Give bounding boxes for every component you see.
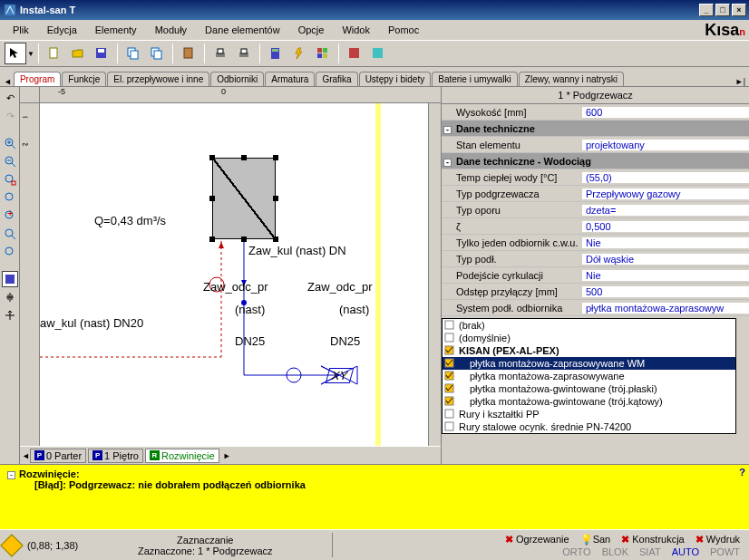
- prop-row-6[interactable]: Typ oporudzeta=: [442, 202, 749, 218]
- menu-moduly[interactable]: Moduły: [146, 23, 196, 37]
- app-icon: [3, 3, 17, 17]
- open-button[interactable]: [67, 43, 89, 64]
- pan-button[interactable]: [2, 289, 18, 305]
- dropdown-item-8[interactable]: Rury stalowe ocynk. średnie PN-74200: [443, 420, 735, 433]
- tab-armatura[interactable]: Armatura: [265, 72, 315, 86]
- tool-b[interactable]: [367, 43, 389, 64]
- menu-opcje[interactable]: Opcje: [289, 23, 334, 37]
- svg-rect-17: [317, 53, 322, 58]
- mini-auto[interactable]: AUTO: [672, 546, 699, 557]
- pointer-tool[interactable]: [5, 43, 26, 64]
- new-button[interactable]: [44, 43, 65, 64]
- minimize-button[interactable]: _: [699, 4, 714, 16]
- mini-orto[interactable]: ORTO: [562, 546, 590, 557]
- layer-button[interactable]: [2, 271, 18, 287]
- prop-row-3[interactable]: -Dane techniczne - Wodociąg: [442, 153, 749, 169]
- menu-dane[interactable]: Dane elementów: [196, 23, 289, 37]
- floor-nav-left[interactable]: ◄: [22, 451, 30, 460]
- nav-left[interactable]: ◄: [4, 77, 12, 86]
- copy-button[interactable]: [122, 43, 144, 64]
- tab-ustepy[interactable]: Ustępy i bidety: [359, 72, 432, 86]
- label-zaw-odc2: Zaw_odc_pr: [307, 280, 373, 294]
- paste-button[interactable]: [178, 43, 199, 64]
- prop-row-4[interactable]: Temp ciepłej wody [°C](55,0): [442, 169, 749, 186]
- nav-right[interactable]: ►|: [735, 77, 745, 86]
- label-dn20: aw_kul (nast) DN20: [40, 316, 143, 330]
- tool-a[interactable]: [344, 43, 365, 64]
- stab-san[interactable]: 💡San: [576, 533, 616, 546]
- prop-row-5[interactable]: Typ podgrzewaczaPrzepływowy gazowy: [442, 186, 749, 202]
- dropdown-item-2[interactable]: KISAN (PEX-AL-PEX): [443, 344, 735, 357]
- menu-pomoc[interactable]: Pomoc: [379, 23, 428, 37]
- dropdown-item-3[interactable]: płytka montażowa-zaprasowywane WM: [443, 357, 735, 370]
- tab-funkcje[interactable]: Funkcje: [62, 72, 106, 86]
- grid-button[interactable]: [312, 43, 334, 64]
- tab-przeplywowe[interactable]: El. przepływowe i inne: [107, 72, 209, 86]
- dropdown-item-0[interactable]: (brak): [443, 319, 735, 332]
- window-title: Instal-san T: [20, 5, 697, 15]
- prop-row-0[interactable]: Wysokość [mm]600: [442, 104, 749, 121]
- menu-plik[interactable]: Plik: [4, 23, 38, 37]
- zoom-prev-button[interactable]: [2, 226, 18, 242]
- dropdown-item-4[interactable]: płytka montażowa-zaprasowywane: [443, 370, 735, 382]
- tab-program[interactable]: Program: [14, 72, 61, 86]
- flash-button[interactable]: [288, 43, 310, 64]
- dropdown-item-5[interactable]: płytka montażowa-gwintowane (trój.płaski…: [443, 382, 735, 395]
- mini-powt[interactable]: POWT: [710, 546, 740, 557]
- prop-row-11[interactable]: Odstęp przyłączy [mm]500: [442, 284, 749, 300]
- selected-element[interactable]: [212, 158, 276, 239]
- zoom-next-button[interactable]: [2, 244, 18, 260]
- dropdown-item-7[interactable]: Rury i kształtki PP: [443, 408, 735, 420]
- stab-ogrzewanie[interactable]: ✖ Ogrzewanie: [501, 533, 574, 546]
- properties-list[interactable]: Wysokość [mm]600-Dane techniczneStan ele…: [442, 104, 749, 464]
- mini-blok[interactable]: BLOK: [602, 546, 628, 557]
- zoom-in-button[interactable]: [2, 135, 18, 151]
- svg-rect-29: [12, 181, 15, 185]
- tab-odbiorniki[interactable]: Odbiorniki: [210, 72, 264, 86]
- prop-row-12[interactable]: System podł. odbiornikapłytka montażowa-…: [442, 300, 749, 316]
- prop-row-8[interactable]: Tylko jeden odbiornik c.w.u.Nie: [442, 235, 749, 251]
- calc-button[interactable]: [265, 43, 287, 64]
- close-button[interactable]: ×: [732, 4, 746, 16]
- floor-tab-0[interactable]: P0 Parter: [30, 449, 86, 463]
- undo-button[interactable]: ↶: [2, 90, 18, 106]
- prop-row-1[interactable]: -Dane techniczne: [442, 121, 749, 137]
- zoom-rect-button[interactable]: [2, 171, 18, 188]
- menu-elementy[interactable]: Elementy: [86, 23, 146, 37]
- svg-rect-15: [317, 48, 322, 53]
- mini-siat[interactable]: SIAT: [639, 546, 661, 557]
- prop-row-10[interactable]: Podejście cyrkulacjiNie: [442, 267, 749, 284]
- print-button[interactable]: [209, 43, 231, 64]
- drawing-canvas[interactable]: Q=0,43 dm³/s Zaw_kul (nast) DN Zaw_odc_p…: [40, 103, 428, 446]
- tab-grafika[interactable]: Grafika: [316, 72, 357, 86]
- tab-zlewy[interactable]: Zlewy, wanny i natryski: [519, 72, 624, 86]
- maximize-button[interactable]: □: [715, 4, 730, 16]
- help-icon[interactable]: ?: [739, 467, 745, 478]
- menu-widok[interactable]: Widok: [333, 23, 379, 37]
- copy2-button[interactable]: [146, 43, 168, 64]
- zoom-fit-button[interactable]: [2, 189, 18, 206]
- dropdown-item-6[interactable]: płytka montażowa-gwintowane (trój.kątowy…: [443, 395, 735, 408]
- zoom-all-button[interactable]: +: [2, 208, 18, 224]
- label-dn25b: DN25: [330, 334, 360, 348]
- menu-edycja[interactable]: Edycja: [38, 23, 86, 37]
- stab-wydruk[interactable]: ✖ Wydruk: [691, 533, 744, 546]
- zoom-out-button[interactable]: [2, 153, 18, 169]
- print2-button[interactable]: [233, 43, 255, 64]
- redo-button[interactable]: ↷: [2, 108, 18, 124]
- status-coords: (0,88; 1,38): [27, 540, 78, 551]
- svg-line-26: [12, 163, 15, 167]
- stab-konstrukcja[interactable]: ✖ Konstrukcja: [617, 533, 689, 546]
- canvas-scrollbar[interactable]: [428, 103, 441, 446]
- floor-tab-1[interactable]: P1 Piętro: [88, 449, 143, 463]
- floor-tab-2[interactable]: RRozwinięcie: [145, 449, 219, 463]
- floor-nav-right[interactable]: ►: [223, 451, 231, 460]
- prop-row-9[interactable]: Typ podł.Dół wąskie: [442, 251, 749, 267]
- tab-strip: ◄ Program Funkcje El. przepływowe i inne…: [0, 67, 749, 87]
- tab-baterie[interactable]: Baterie i umywalki: [432, 72, 518, 86]
- prop-row-2[interactable]: Stan elementuprojektowany: [442, 137, 749, 153]
- prop-row-7[interactable]: ζ0,500: [442, 218, 749, 235]
- save-button[interactable]: [91, 43, 112, 64]
- move-button[interactable]: [2, 307, 18, 323]
- dropdown-item-1[interactable]: (domyślnie): [443, 332, 735, 344]
